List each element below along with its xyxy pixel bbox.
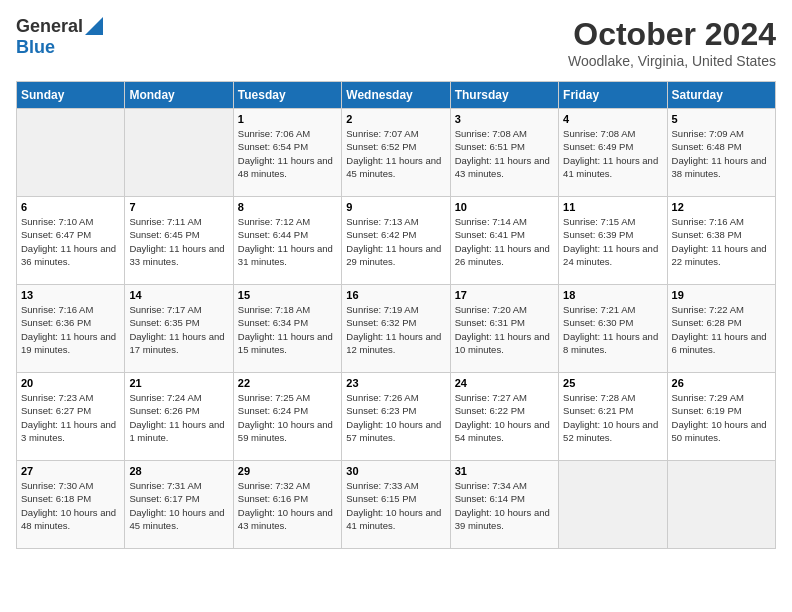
day-info: Sunrise: 7:08 AMSunset: 6:51 PMDaylight:… — [455, 127, 554, 180]
week-row-3: 13Sunrise: 7:16 AMSunset: 6:36 PMDayligh… — [17, 285, 776, 373]
day-number: 11 — [563, 201, 662, 213]
day-info: Sunrise: 7:24 AMSunset: 6:26 PMDaylight:… — [129, 391, 228, 444]
day-info: Sunrise: 7:28 AMSunset: 6:21 PMDaylight:… — [563, 391, 662, 444]
day-info: Sunrise: 7:23 AMSunset: 6:27 PMDaylight:… — [21, 391, 120, 444]
day-info: Sunrise: 7:21 AMSunset: 6:30 PMDaylight:… — [563, 303, 662, 356]
svg-marker-0 — [85, 17, 103, 35]
day-info: Sunrise: 7:16 AMSunset: 6:38 PMDaylight:… — [672, 215, 771, 268]
day-number: 8 — [238, 201, 337, 213]
header-tuesday: Tuesday — [233, 82, 341, 109]
cell-w5-d3: 29Sunrise: 7:32 AMSunset: 6:16 PMDayligh… — [233, 461, 341, 549]
day-number: 18 — [563, 289, 662, 301]
day-info: Sunrise: 7:20 AMSunset: 6:31 PMDaylight:… — [455, 303, 554, 356]
cell-w5-d1: 27Sunrise: 7:30 AMSunset: 6:18 PMDayligh… — [17, 461, 125, 549]
day-info: Sunrise: 7:14 AMSunset: 6:41 PMDaylight:… — [455, 215, 554, 268]
day-number: 16 — [346, 289, 445, 301]
cell-w3-d2: 14Sunrise: 7:17 AMSunset: 6:35 PMDayligh… — [125, 285, 233, 373]
day-info: Sunrise: 7:15 AMSunset: 6:39 PMDaylight:… — [563, 215, 662, 268]
day-number: 26 — [672, 377, 771, 389]
day-number: 1 — [238, 113, 337, 125]
day-info: Sunrise: 7:09 AMSunset: 6:48 PMDaylight:… — [672, 127, 771, 180]
calendar-header-row: SundayMondayTuesdayWednesdayThursdayFrid… — [17, 82, 776, 109]
day-number: 3 — [455, 113, 554, 125]
logo-general-text: General — [16, 16, 83, 37]
cell-w2-d3: 8Sunrise: 7:12 AMSunset: 6:44 PMDaylight… — [233, 197, 341, 285]
day-info: Sunrise: 7:29 AMSunset: 6:19 PMDaylight:… — [672, 391, 771, 444]
day-number: 21 — [129, 377, 228, 389]
cell-w1-d5: 3Sunrise: 7:08 AMSunset: 6:51 PMDaylight… — [450, 109, 558, 197]
day-info: Sunrise: 7:27 AMSunset: 6:22 PMDaylight:… — [455, 391, 554, 444]
day-number: 9 — [346, 201, 445, 213]
cell-w2-d1: 6Sunrise: 7:10 AMSunset: 6:47 PMDaylight… — [17, 197, 125, 285]
day-info: Sunrise: 7:22 AMSunset: 6:28 PMDaylight:… — [672, 303, 771, 356]
day-info: Sunrise: 7:26 AMSunset: 6:23 PMDaylight:… — [346, 391, 445, 444]
header-monday: Monday — [125, 82, 233, 109]
location-text: Woodlake, Virginia, United States — [568, 53, 776, 69]
week-row-1: 1Sunrise: 7:06 AMSunset: 6:54 PMDaylight… — [17, 109, 776, 197]
title-block: October 2024 Woodlake, Virginia, United … — [568, 16, 776, 69]
cell-w1-d1 — [17, 109, 125, 197]
cell-w4-d7: 26Sunrise: 7:29 AMSunset: 6:19 PMDayligh… — [667, 373, 775, 461]
cell-w4-d3: 22Sunrise: 7:25 AMSunset: 6:24 PMDayligh… — [233, 373, 341, 461]
day-info: Sunrise: 7:25 AMSunset: 6:24 PMDaylight:… — [238, 391, 337, 444]
day-number: 7 — [129, 201, 228, 213]
day-info: Sunrise: 7:11 AMSunset: 6:45 PMDaylight:… — [129, 215, 228, 268]
cell-w3-d4: 16Sunrise: 7:19 AMSunset: 6:32 PMDayligh… — [342, 285, 450, 373]
day-info: Sunrise: 7:12 AMSunset: 6:44 PMDaylight:… — [238, 215, 337, 268]
cell-w4-d2: 21Sunrise: 7:24 AMSunset: 6:26 PMDayligh… — [125, 373, 233, 461]
header-wednesday: Wednesday — [342, 82, 450, 109]
day-number: 5 — [672, 113, 771, 125]
cell-w3-d7: 19Sunrise: 7:22 AMSunset: 6:28 PMDayligh… — [667, 285, 775, 373]
cell-w4-d5: 24Sunrise: 7:27 AMSunset: 6:22 PMDayligh… — [450, 373, 558, 461]
day-number: 10 — [455, 201, 554, 213]
day-number: 19 — [672, 289, 771, 301]
day-info: Sunrise: 7:16 AMSunset: 6:36 PMDaylight:… — [21, 303, 120, 356]
day-info: Sunrise: 7:06 AMSunset: 6:54 PMDaylight:… — [238, 127, 337, 180]
cell-w5-d5: 31Sunrise: 7:34 AMSunset: 6:14 PMDayligh… — [450, 461, 558, 549]
day-number: 4 — [563, 113, 662, 125]
cell-w2-d4: 9Sunrise: 7:13 AMSunset: 6:42 PMDaylight… — [342, 197, 450, 285]
calendar-table: SundayMondayTuesdayWednesdayThursdayFrid… — [16, 81, 776, 549]
week-row-5: 27Sunrise: 7:30 AMSunset: 6:18 PMDayligh… — [17, 461, 776, 549]
month-title: October 2024 — [568, 16, 776, 53]
day-number: 15 — [238, 289, 337, 301]
cell-w5-d6 — [559, 461, 667, 549]
day-info: Sunrise: 7:30 AMSunset: 6:18 PMDaylight:… — [21, 479, 120, 532]
header-friday: Friday — [559, 82, 667, 109]
day-number: 20 — [21, 377, 120, 389]
logo-triangle-icon — [85, 17, 103, 35]
day-info: Sunrise: 7:19 AMSunset: 6:32 PMDaylight:… — [346, 303, 445, 356]
day-info: Sunrise: 7:08 AMSunset: 6:49 PMDaylight:… — [563, 127, 662, 180]
week-row-4: 20Sunrise: 7:23 AMSunset: 6:27 PMDayligh… — [17, 373, 776, 461]
cell-w1-d2 — [125, 109, 233, 197]
logo: General Blue — [16, 16, 103, 58]
day-info: Sunrise: 7:18 AMSunset: 6:34 PMDaylight:… — [238, 303, 337, 356]
header-sunday: Sunday — [17, 82, 125, 109]
cell-w2-d2: 7Sunrise: 7:11 AMSunset: 6:45 PMDaylight… — [125, 197, 233, 285]
cell-w4-d6: 25Sunrise: 7:28 AMSunset: 6:21 PMDayligh… — [559, 373, 667, 461]
day-number: 22 — [238, 377, 337, 389]
cell-w5-d7 — [667, 461, 775, 549]
calendar-body: 1Sunrise: 7:06 AMSunset: 6:54 PMDaylight… — [17, 109, 776, 549]
cell-w2-d5: 10Sunrise: 7:14 AMSunset: 6:41 PMDayligh… — [450, 197, 558, 285]
cell-w5-d2: 28Sunrise: 7:31 AMSunset: 6:17 PMDayligh… — [125, 461, 233, 549]
day-number: 17 — [455, 289, 554, 301]
header-saturday: Saturday — [667, 82, 775, 109]
day-number: 29 — [238, 465, 337, 477]
day-number: 14 — [129, 289, 228, 301]
logo-blue-text: Blue — [16, 37, 55, 57]
day-number: 28 — [129, 465, 228, 477]
day-info: Sunrise: 7:17 AMSunset: 6:35 PMDaylight:… — [129, 303, 228, 356]
cell-w3-d1: 13Sunrise: 7:16 AMSunset: 6:36 PMDayligh… — [17, 285, 125, 373]
day-number: 23 — [346, 377, 445, 389]
day-info: Sunrise: 7:33 AMSunset: 6:15 PMDaylight:… — [346, 479, 445, 532]
day-number: 27 — [21, 465, 120, 477]
day-info: Sunrise: 7:31 AMSunset: 6:17 PMDaylight:… — [129, 479, 228, 532]
page-header: General Blue October 2024 Woodlake, Virg… — [16, 16, 776, 69]
day-info: Sunrise: 7:07 AMSunset: 6:52 PMDaylight:… — [346, 127, 445, 180]
week-row-2: 6Sunrise: 7:10 AMSunset: 6:47 PMDaylight… — [17, 197, 776, 285]
cell-w3-d5: 17Sunrise: 7:20 AMSunset: 6:31 PMDayligh… — [450, 285, 558, 373]
day-number: 6 — [21, 201, 120, 213]
day-info: Sunrise: 7:34 AMSunset: 6:14 PMDaylight:… — [455, 479, 554, 532]
day-number: 2 — [346, 113, 445, 125]
